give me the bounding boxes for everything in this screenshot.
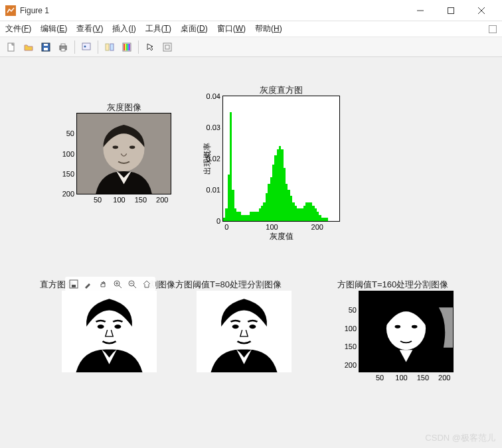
svg-point-41	[232, 325, 239, 329]
axes-gray-image[interactable]: 灰度图像 50 100 150 200 50 100 150 200	[76, 113, 171, 194]
gray-image	[77, 113, 171, 194]
toolbar	[0, 37, 502, 57]
svg-rect-7	[44, 48, 48, 50]
row2-title-3: 方图阈值T=160处理分割图像	[337, 279, 448, 291]
svg-rect-12	[82, 43, 90, 50]
datacursor-button[interactable]	[79, 40, 94, 54]
menu-desktop[interactable]: 桌面(D)	[181, 23, 208, 35]
axes-gray-title: 灰度图像	[77, 102, 171, 113]
menu-insert[interactable]: 插入(I)	[112, 23, 135, 35]
svg-line-35	[133, 285, 136, 288]
save-button[interactable]	[39, 40, 53, 54]
svg-point-26	[113, 145, 118, 149]
ft-home-icon[interactable]	[141, 278, 153, 290]
svg-rect-11	[61, 48, 65, 51]
svg-point-45	[395, 325, 400, 329]
maximize-button[interactable]	[436, 0, 466, 21]
close-button[interactable]	[466, 0, 497, 21]
svg-rect-23	[165, 45, 169, 49]
menu-window[interactable]: 窗口(W)	[217, 23, 246, 35]
svg-rect-21	[129, 44, 130, 50]
bw-image-2	[197, 291, 292, 372]
title-bar: Figure 1	[0, 0, 502, 21]
row2-title-2: 割图像方图阈值T=80处理分割图像	[149, 279, 282, 291]
menu-bar: 文件(F) 编辑(E) 查看(V) 插入(I) 工具(T) 桌面(D) 窗口(W…	[0, 21, 502, 37]
ft-hand-icon[interactable]	[97, 278, 109, 290]
svg-rect-15	[110, 44, 114, 50]
svg-point-39	[114, 325, 121, 329]
svg-rect-19	[126, 44, 127, 50]
axes-histogram[interactable]: 灰度直方图 出现概率 灰度值 0 0.01 0.02 0.03 0.04 0 1…	[222, 96, 340, 222]
print-button[interactable]	[56, 40, 70, 54]
editplot-button[interactable]	[160, 40, 175, 54]
colorbar-button[interactable]	[120, 40, 134, 54]
svg-rect-22	[163, 43, 171, 51]
svg-rect-8	[44, 44, 48, 46]
link-button[interactable]	[102, 40, 117, 54]
axes-threshold-160[interactable]: 50 100 150 200 50 100 150 200	[359, 291, 454, 372]
figure-canvas: 灰度图像 50 100 150 200 50 100 150 200 灰度直方图…	[0, 57, 502, 448]
svg-rect-17	[124, 44, 125, 50]
menu-edit[interactable]: 编辑(E)	[41, 23, 67, 35]
menu-tools[interactable]: 工具(T)	[145, 23, 171, 35]
svg-point-46	[412, 325, 417, 329]
app-icon	[5, 5, 16, 16]
svg-rect-18	[125, 44, 126, 50]
minimize-button[interactable]	[405, 0, 436, 21]
svg-point-42	[249, 325, 256, 329]
axes-floating-toolbar	[65, 277, 155, 291]
axes-hist-xlabel: 灰度值	[223, 231, 339, 242]
open-button[interactable]	[21, 40, 36, 54]
svg-line-31	[119, 285, 122, 288]
watermark: CSDN @极客范儿	[425, 432, 495, 444]
svg-rect-2	[448, 7, 454, 13]
axes-hist-title: 灰度直方图	[223, 84, 339, 96]
menu-help[interactable]: 帮助(H)	[255, 23, 282, 35]
window-title: Figure 1	[20, 6, 405, 15]
ft-brush-icon[interactable]	[82, 278, 94, 290]
svg-point-13	[84, 45, 86, 47]
ft-zoomout-icon[interactable]	[126, 278, 138, 290]
svg-rect-10	[61, 44, 65, 46]
svg-rect-20	[127, 44, 129, 50]
svg-point-38	[98, 325, 104, 329]
svg-point-27	[129, 145, 135, 149]
axes-hist-equalized[interactable]	[62, 291, 157, 372]
svg-rect-14	[106, 44, 109, 50]
axes-threshold-80[interactable]	[197, 291, 292, 372]
arrow-button[interactable]	[143, 40, 157, 54]
dock-icon[interactable]	[489, 25, 497, 33]
bw-image-3	[359, 291, 453, 372]
ft-save-icon[interactable]	[68, 278, 80, 290]
histogram-bars	[223, 96, 339, 221]
bw-image-1	[62, 291, 157, 372]
menu-file[interactable]: 文件(F)	[5, 23, 31, 35]
svg-rect-29	[72, 285, 76, 287]
menu-view[interactable]: 查看(V)	[76, 23, 103, 35]
new-button[interactable]	[4, 40, 19, 54]
ft-zoomin-icon[interactable]	[112, 278, 124, 290]
